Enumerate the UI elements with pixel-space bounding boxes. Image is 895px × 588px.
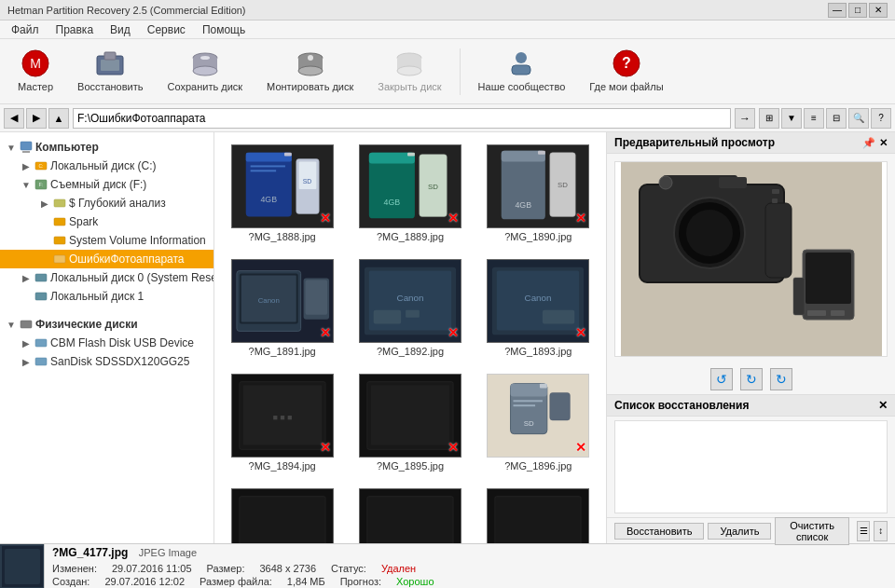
sidebar-item-system-volume[interactable]: ▶ System Volume Information (0, 231, 213, 250)
close-button[interactable]: ✕ (869, 3, 888, 18)
community-icon (506, 48, 536, 78)
sidebar-section-physical[interactable]: ▼ Физические диски (0, 313, 213, 334)
sidebar-item-disk1[interactable]: ▶ Локальный диск 1 (0, 287, 213, 306)
svg-text:SD: SD (428, 183, 438, 191)
sidebar-section-computer[interactable]: ▼ Компьютер (0, 136, 213, 157)
delete-button[interactable]: Удалить (708, 523, 771, 540)
recovery-list-view-btn[interactable]: ☰ (857, 521, 871, 541)
delete-mark-1896: ✕ (575, 440, 586, 455)
menu-service[interactable]: Сервис (140, 21, 193, 38)
file-grid: 4GB SD ✕ ?MG_1888.jpg (222, 140, 599, 543)
filename-img1894: ?MG_1894.jpg (249, 460, 316, 472)
file-item-img1890[interactable]: 4GB SD ✕ ?MG_1890.jpg (478, 140, 599, 247)
sidebar-item-local-c[interactable]: ▶ C: Локальный диск (C:) (0, 157, 213, 175)
toolbar-restore[interactable]: Восстановить (67, 44, 153, 100)
file-item-img1894[interactable]: ■ ■ ■ ✕ ?MG_1894.jpg (222, 369, 342, 476)
preview-close-btn[interactable]: ✕ (879, 137, 888, 149)
toolbar-community-label: Наше сообщество (478, 81, 566, 93)
svg-rect-27 (54, 218, 65, 226)
svg-rect-97 (495, 497, 581, 543)
view-list-btn[interactable]: ≡ (804, 108, 824, 129)
search-btn[interactable]: 🔍 (848, 108, 869, 129)
recovery-list-close[interactable]: ✕ (878, 399, 888, 412)
svg-rect-87 (540, 384, 547, 389)
file-area[interactable]: 4GB SD ✕ ?MG_1888.jpg (214, 132, 606, 543)
recovery-list-header: Список восстановления ✕ (607, 394, 895, 417)
help-btn[interactable]: ? (871, 108, 891, 129)
sidebar-item-deep-analysis[interactable]: ▶ $ Глубокий анализ (0, 194, 213, 212)
clear-button[interactable]: Очистить список (775, 517, 848, 545)
maximize-button[interactable]: □ (848, 3, 867, 18)
sidebar-item-removable-f[interactable]: ▼ F: Съемный диск (F:) (0, 175, 213, 194)
filter-btn[interactable]: ▼ (781, 108, 802, 129)
minimize-button[interactable]: — (828, 3, 847, 18)
preview-rotate-left[interactable]: ↺ (710, 368, 733, 390)
svg-point-7 (193, 66, 217, 75)
main-content: ▼ Компьютер ▶ C: Локальный диск (C:) ▼ F… (0, 132, 895, 543)
preview-pin-btn[interactable]: 📌 (862, 137, 875, 149)
thumb-img1896: SD ✕ (487, 374, 589, 458)
menu-file[interactable]: Файл (4, 21, 47, 38)
toolbar-master[interactable]: M Мастер (7, 44, 63, 100)
view-btn-1[interactable]: ⊞ (759, 108, 779, 129)
toolbar-mount-disk[interactable]: Монтировать диск (256, 44, 364, 100)
menu-edit[interactable]: Правка (48, 21, 102, 38)
view-grid-btn[interactable]: ⊟ (826, 108, 847, 129)
preview-rotate-right[interactable]: ↻ (770, 368, 792, 390)
sidebar-item-disk0[interactable]: ▶ Локальный диск 0 (System Reserved) (0, 268, 213, 287)
svg-rect-111 (806, 253, 851, 304)
sidebar-item-oshibki[interactable]: ▶ ОшибкиФотоаппарата (0, 250, 213, 268)
sidebar-item-spark[interactable]: ▶ Spark (0, 212, 213, 231)
svg-point-12 (308, 55, 313, 61)
svg-rect-39 (250, 170, 275, 171)
master-icon: M (21, 48, 50, 78)
go-button[interactable]: → (735, 108, 755, 129)
filename-img1896: ?MG_1896.jpg (504, 460, 571, 472)
file-item-img1898[interactable]: ✕ ?MG_1898.jpg (350, 484, 470, 543)
physical-disk-icon (19, 317, 34, 332)
file-item-img1896[interactable]: SD ✕ ?MG_1896.jpg (478, 369, 599, 476)
file-item-img1893[interactable]: Canon ✕ ?MG_1893.jpg (478, 254, 599, 362)
address-input[interactable] (73, 108, 731, 129)
svg-rect-70 (374, 310, 401, 324)
sidebar-item-cbm[interactable]: ▶ CBM Flash Disk USB Device (0, 334, 213, 352)
recovery-sort-btn[interactable]: ↕ (874, 521, 888, 541)
window-controls[interactable]: — □ ✕ (828, 3, 888, 18)
file-item-img1892[interactable]: Canon ✕ ?MG_1892.jpg (350, 254, 470, 362)
address-bar: ◀ ▶ ▲ → ⊞ ▼ ≡ ⊟ 🔍 ? (0, 104, 895, 132)
thumb-img1888: 4GB SD ✕ (231, 144, 334, 228)
file-item-img1891[interactable]: Canon ✕ ?MG_1891.jpg (222, 254, 342, 362)
sidebar: ▼ Компьютер ▶ C: Локальный диск (C:) ▼ F… (0, 132, 214, 543)
file-item-img1899[interactable]: ✕ ?MG_1899.jpg (478, 484, 599, 543)
forward-button[interactable]: ▶ (26, 108, 47, 129)
sidebar-item-sandisk[interactable]: ▶ SanDisk SDSSDX120GG25 (0, 352, 213, 371)
svg-rect-31 (35, 293, 47, 300)
expand-removable-f: ▼ (19, 177, 34, 192)
file-item-img1897[interactable]: ✕ ?MG_1897.jpg (222, 484, 342, 543)
svg-text:SD: SD (558, 181, 568, 189)
svg-text:F:: F: (39, 182, 43, 187)
file-item-img1895[interactable]: ✕ ?MG_1895.jpg (350, 369, 470, 476)
svg-point-15 (397, 66, 421, 75)
svg-rect-33 (35, 339, 47, 347)
toolbar-community[interactable]: Наше сообщество (468, 44, 576, 100)
delete-mark-1895: ✕ (448, 440, 459, 455)
toolbar-where-files-label: Где мои файлы (589, 81, 663, 93)
menu-view[interactable]: Вид (103, 21, 138, 38)
restore-button[interactable]: Восстановить (614, 523, 704, 540)
toolbar-close-disk[interactable]: Закрыть диск (367, 44, 451, 100)
toolbar-where-files[interactable]: ? Где мои файлы (579, 44, 673, 100)
delete-mark-1894: ✕ (320, 440, 331, 455)
preview-panel: Предварительный просмотр 📌 ✕ (606, 132, 895, 543)
menu-help[interactable]: Помощь (195, 21, 253, 38)
disk0-icon (34, 270, 48, 285)
preview-refresh[interactable]: ↻ (740, 368, 763, 390)
up-button[interactable]: ▲ (48, 108, 69, 129)
size2-value: 1,84 МБ (287, 576, 325, 587)
svg-rect-76 (543, 310, 574, 324)
filename-img1893: ?MG_1893.jpg (504, 346, 571, 357)
file-item-img1889[interactable]: 4GB SD ✕ ?MG_1889.jpg (350, 140, 470, 247)
file-item-img1888[interactable]: 4GB SD ✕ ?MG_1888.jpg (222, 140, 342, 247)
toolbar-save-disk[interactable]: Сохранить диск (158, 44, 254, 100)
back-button[interactable]: ◀ (4, 108, 24, 129)
